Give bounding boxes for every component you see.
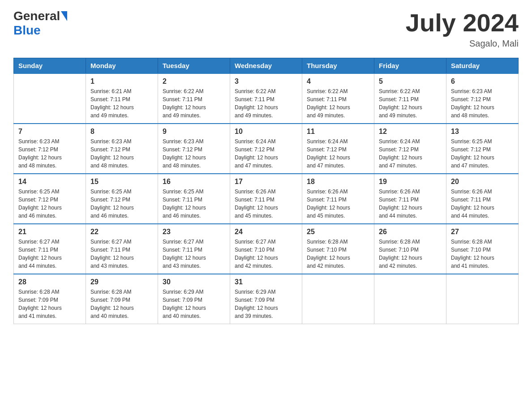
day-number: 16 — [163, 178, 225, 186]
day-info: Sunrise: 6:27 AMSunset: 7:10 PMDaylight:… — [235, 238, 297, 270]
day-info: Sunrise: 6:24 AMSunset: 7:12 PMDaylight:… — [307, 137, 369, 170]
day-number: 11 — [307, 128, 369, 136]
calendar-cell — [302, 274, 374, 324]
day-info: Sunrise: 6:25 AMSunset: 7:12 PMDaylight:… — [18, 188, 81, 220]
calendar-cell — [374, 274, 446, 324]
day-info: Sunrise: 6:29 AMSunset: 7:09 PMDaylight:… — [163, 288, 225, 320]
day-info: Sunrise: 6:26 AMSunset: 7:11 PMDaylight:… — [379, 188, 442, 220]
day-number: 13 — [451, 128, 514, 136]
day-number: 5 — [379, 77, 442, 86]
calendar-cell: 27Sunrise: 6:28 AMSunset: 7:10 PMDayligh… — [446, 224, 519, 274]
calendar-week-row: 14Sunrise: 6:25 AMSunset: 7:12 PMDayligh… — [14, 174, 519, 224]
day-info: Sunrise: 6:23 AMSunset: 7:12 PMDaylight:… — [90, 137, 153, 170]
day-info: Sunrise: 6:28 AMSunset: 7:09 PMDaylight:… — [18, 288, 81, 320]
day-info: Sunrise: 6:27 AMSunset: 7:11 PMDaylight:… — [90, 238, 153, 270]
calendar-cell: 22Sunrise: 6:27 AMSunset: 7:11 PMDayligh… — [86, 224, 158, 274]
title-block: July 2024 Sagalo, Mali — [406, 9, 519, 49]
day-number: 26 — [379, 228, 442, 236]
day-number: 20 — [451, 178, 514, 186]
day-info: Sunrise: 6:27 AMSunset: 7:11 PMDaylight:… — [163, 238, 225, 270]
day-info: Sunrise: 6:25 AMSunset: 7:12 PMDaylight:… — [451, 137, 514, 170]
calendar-cell: 14Sunrise: 6:25 AMSunset: 7:12 PMDayligh… — [14, 174, 86, 224]
calendar-week-row: 7Sunrise: 6:23 AMSunset: 7:12 PMDaylight… — [14, 124, 519, 174]
day-number: 24 — [235, 228, 297, 236]
day-info: Sunrise: 6:23 AMSunset: 7:12 PMDaylight:… — [451, 87, 514, 120]
day-number: 23 — [163, 228, 225, 236]
day-info: Sunrise: 6:22 AMSunset: 7:11 PMDaylight:… — [163, 87, 225, 120]
calendar-cell: 3Sunrise: 6:22 AMSunset: 7:11 PMDaylight… — [230, 73, 302, 124]
calendar-cell: 21Sunrise: 6:27 AMSunset: 7:11 PMDayligh… — [14, 224, 86, 274]
calendar-cell: 1Sunrise: 6:21 AMSunset: 7:11 PMDaylight… — [86, 73, 158, 124]
calendar-cell: 11Sunrise: 6:24 AMSunset: 7:12 PMDayligh… — [302, 124, 374, 174]
calendar-cell: 26Sunrise: 6:28 AMSunset: 7:10 PMDayligh… — [374, 224, 446, 274]
calendar-title: July 2024 — [406, 9, 519, 37]
calendar-header-row: SundayMondayTuesdayWednesdayThursdayFrid… — [14, 58, 519, 73]
day-number: 25 — [307, 228, 369, 236]
day-number: 19 — [379, 178, 442, 186]
day-info: Sunrise: 6:26 AMSunset: 7:11 PMDaylight:… — [235, 188, 297, 220]
day-number: 15 — [90, 178, 153, 186]
day-info: Sunrise: 6:27 AMSunset: 7:11 PMDaylight:… — [18, 238, 81, 270]
calendar-cell: 9Sunrise: 6:23 AMSunset: 7:12 PMDaylight… — [158, 124, 230, 174]
day-number: 6 — [451, 77, 514, 86]
day-number: 27 — [451, 228, 514, 236]
calendar-cell — [14, 73, 86, 124]
calendar-cell: 28Sunrise: 6:28 AMSunset: 7:09 PMDayligh… — [14, 274, 86, 324]
day-info: Sunrise: 6:24 AMSunset: 7:12 PMDaylight:… — [379, 137, 442, 170]
day-number: 28 — [18, 278, 81, 286]
calendar-cell: 23Sunrise: 6:27 AMSunset: 7:11 PMDayligh… — [158, 224, 230, 274]
calendar-cell: 18Sunrise: 6:26 AMSunset: 7:11 PMDayligh… — [302, 174, 374, 224]
day-number: 7 — [18, 128, 81, 136]
day-number: 10 — [235, 128, 297, 136]
calendar-cell: 25Sunrise: 6:28 AMSunset: 7:10 PMDayligh… — [302, 224, 374, 274]
calendar-week-row: 21Sunrise: 6:27 AMSunset: 7:11 PMDayligh… — [14, 224, 519, 274]
day-number: 2 — [163, 77, 225, 86]
calendar-table: SundayMondayTuesdayWednesdayThursdayFrid… — [13, 58, 519, 324]
day-info: Sunrise: 6:23 AMSunset: 7:12 PMDaylight:… — [163, 137, 225, 170]
day-number: 17 — [235, 178, 297, 186]
day-of-week-header: Monday — [86, 58, 158, 73]
day-info: Sunrise: 6:28 AMSunset: 7:10 PMDaylight:… — [379, 238, 442, 270]
day-number: 14 — [18, 178, 81, 186]
day-info: Sunrise: 6:26 AMSunset: 7:11 PMDaylight:… — [307, 188, 369, 220]
calendar-cell: 16Sunrise: 6:25 AMSunset: 7:11 PMDayligh… — [158, 174, 230, 224]
day-info: Sunrise: 6:22 AMSunset: 7:11 PMDaylight:… — [379, 87, 442, 120]
logo-blue-text: Blue — [13, 23, 41, 37]
logo-triangle-icon — [61, 11, 67, 21]
day-of-week-header: Thursday — [302, 58, 374, 73]
day-info: Sunrise: 6:29 AMSunset: 7:09 PMDaylight:… — [235, 288, 297, 320]
calendar-cell: 6Sunrise: 6:23 AMSunset: 7:12 PMDaylight… — [446, 73, 519, 124]
calendar-cell: 5Sunrise: 6:22 AMSunset: 7:11 PMDaylight… — [374, 73, 446, 124]
day-number: 9 — [163, 128, 225, 136]
day-of-week-header: Saturday — [446, 58, 519, 73]
page-header: General Blue July 2024 Sagalo, Mali — [13, 9, 519, 49]
day-number: 21 — [18, 228, 81, 236]
calendar-cell: 31Sunrise: 6:29 AMSunset: 7:09 PMDayligh… — [230, 274, 302, 324]
day-info: Sunrise: 6:21 AMSunset: 7:11 PMDaylight:… — [90, 87, 153, 120]
day-number: 3 — [235, 77, 297, 86]
calendar-cell: 17Sunrise: 6:26 AMSunset: 7:11 PMDayligh… — [230, 174, 302, 224]
day-of-week-header: Friday — [374, 58, 446, 73]
day-number: 18 — [307, 178, 369, 186]
logo: General Blue — [13, 9, 68, 38]
calendar-week-row: 28Sunrise: 6:28 AMSunset: 7:09 PMDayligh… — [14, 274, 519, 324]
day-of-week-header: Sunday — [14, 58, 86, 73]
day-info: Sunrise: 6:22 AMSunset: 7:11 PMDaylight:… — [235, 87, 297, 120]
day-number: 30 — [163, 278, 225, 286]
calendar-cell: 15Sunrise: 6:25 AMSunset: 7:12 PMDayligh… — [86, 174, 158, 224]
day-info: Sunrise: 6:25 AMSunset: 7:12 PMDaylight:… — [90, 188, 153, 220]
calendar-cell: 19Sunrise: 6:26 AMSunset: 7:11 PMDayligh… — [374, 174, 446, 224]
calendar-cell: 20Sunrise: 6:26 AMSunset: 7:11 PMDayligh… — [446, 174, 519, 224]
calendar-cell: 13Sunrise: 6:25 AMSunset: 7:12 PMDayligh… — [446, 124, 519, 174]
day-number: 1 — [90, 77, 153, 86]
calendar-location: Sagalo, Mali — [406, 39, 519, 49]
day-info: Sunrise: 6:28 AMSunset: 7:10 PMDaylight:… — [451, 238, 514, 270]
day-number: 29 — [90, 278, 153, 286]
day-number: 4 — [307, 77, 369, 86]
day-number: 12 — [379, 128, 442, 136]
day-of-week-header: Tuesday — [158, 58, 230, 73]
calendar-cell: 4Sunrise: 6:22 AMSunset: 7:11 PMDaylight… — [302, 73, 374, 124]
calendar-cell: 7Sunrise: 6:23 AMSunset: 7:12 PMDaylight… — [14, 124, 86, 174]
logo-general-text: General — [13, 9, 60, 23]
day-number: 31 — [235, 278, 297, 286]
